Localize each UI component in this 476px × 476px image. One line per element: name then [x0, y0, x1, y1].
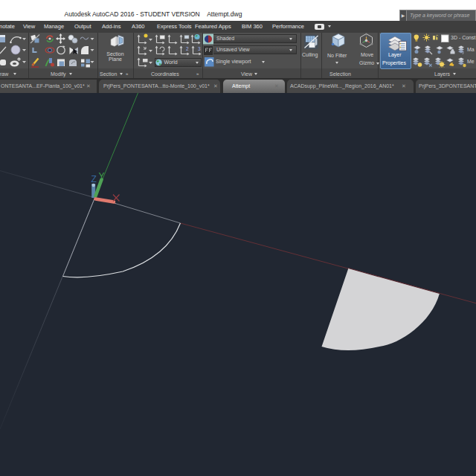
svg-text:2: 2: [186, 46, 189, 51]
svg-text:3: 3: [198, 46, 201, 51]
svg-text:Y: Y: [99, 171, 105, 181]
svg-text:Z: Z: [91, 174, 97, 184]
